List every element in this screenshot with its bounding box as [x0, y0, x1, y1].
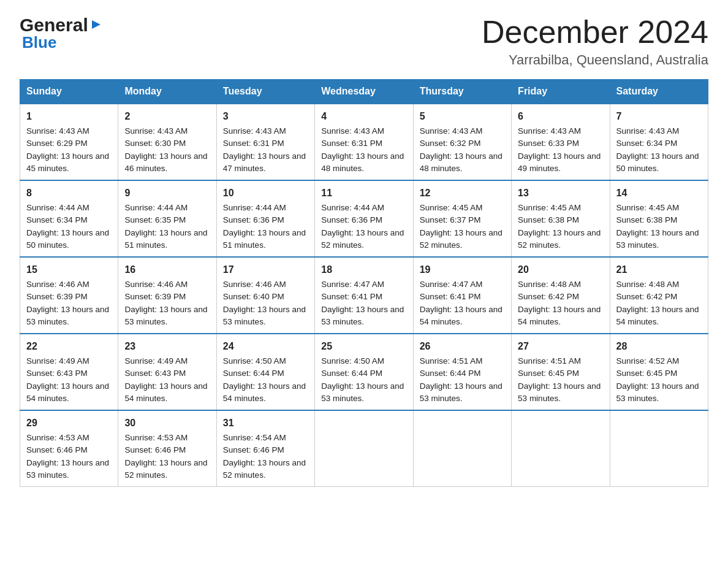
header-wednesday: Wednesday	[315, 80, 413, 104]
calendar-cell: 8Sunrise: 4:44 AMSunset: 6:34 PMDaylight…	[20, 180, 118, 257]
day-number: 26	[420, 339, 505, 354]
calendar-table: SundayMondayTuesdayWednesdayThursdayFrid…	[20, 79, 708, 487]
day-number: 27	[518, 339, 603, 354]
calendar-cell: 4Sunrise: 4:43 AMSunset: 6:31 PMDaylight…	[315, 104, 413, 180]
header: General Blue December 2024 Yarrabilba, Q…	[20, 15, 708, 68]
calendar-week-4: 22Sunrise: 4:49 AMSunset: 6:43 PMDayligh…	[20, 334, 708, 410]
calendar-cell: 16Sunrise: 4:46 AMSunset: 6:39 PMDayligh…	[118, 257, 216, 334]
calendar-cell: 28Sunrise: 4:52 AMSunset: 6:45 PMDayligh…	[610, 334, 708, 410]
calendar-cell: 20Sunrise: 4:48 AMSunset: 6:42 PMDayligh…	[512, 257, 610, 334]
day-number: 6	[518, 109, 603, 124]
day-number: 14	[616, 186, 702, 201]
calendar-week-1: 1Sunrise: 4:43 AMSunset: 6:29 PMDaylight…	[20, 104, 708, 180]
header-thursday: Thursday	[413, 80, 511, 104]
calendar-cell: 12Sunrise: 4:45 AMSunset: 6:37 PMDayligh…	[413, 180, 511, 257]
day-number: 18	[321, 262, 406, 277]
logo-general-text: General	[20, 15, 88, 36]
day-number: 12	[420, 186, 505, 201]
day-number: 16	[124, 262, 210, 277]
calendar-cell: 5Sunrise: 4:43 AMSunset: 6:32 PMDaylight…	[413, 104, 511, 180]
title-area: December 2024 Yarrabilba, Queensland, Au…	[482, 15, 708, 68]
calendar-cell: 3Sunrise: 4:43 AMSunset: 6:31 PMDaylight…	[216, 104, 314, 180]
logo-triangle-icon	[89, 18, 103, 31]
day-number: 9	[124, 186, 210, 201]
calendar-cell: 9Sunrise: 4:44 AMSunset: 6:35 PMDaylight…	[118, 180, 216, 257]
day-number: 24	[223, 339, 308, 354]
calendar-cell: 7Sunrise: 4:43 AMSunset: 6:34 PMDaylight…	[610, 104, 708, 180]
day-number: 31	[223, 416, 308, 431]
svg-marker-0	[92, 20, 100, 29]
calendar-cell: 18Sunrise: 4:47 AMSunset: 6:41 PMDayligh…	[315, 257, 413, 334]
day-number: 25	[321, 339, 406, 354]
calendar-cell: 2Sunrise: 4:43 AMSunset: 6:30 PMDaylight…	[118, 104, 216, 180]
day-number: 21	[616, 262, 702, 277]
calendar-cell: 14Sunrise: 4:45 AMSunset: 6:38 PMDayligh…	[610, 180, 708, 257]
page-title: December 2024	[482, 15, 708, 50]
calendar-header-row: SundayMondayTuesdayWednesdayThursdayFrid…	[20, 80, 708, 104]
calendar-cell: 24Sunrise: 4:50 AMSunset: 6:44 PMDayligh…	[216, 334, 314, 410]
calendar-cell: 11Sunrise: 4:44 AMSunset: 6:36 PMDayligh…	[315, 180, 413, 257]
logo: General Blue	[20, 15, 103, 52]
day-number: 4	[321, 109, 406, 124]
calendar-week-5: 29Sunrise: 4:53 AMSunset: 6:46 PMDayligh…	[20, 410, 708, 487]
day-number: 8	[26, 186, 112, 201]
calendar-week-3: 15Sunrise: 4:46 AMSunset: 6:39 PMDayligh…	[20, 257, 708, 334]
calendar-cell: 23Sunrise: 4:49 AMSunset: 6:43 PMDayligh…	[118, 334, 216, 410]
calendar-cell: 26Sunrise: 4:51 AMSunset: 6:44 PMDayligh…	[413, 334, 511, 410]
calendar-cell: 13Sunrise: 4:45 AMSunset: 6:38 PMDayligh…	[512, 180, 610, 257]
calendar-cell: 30Sunrise: 4:53 AMSunset: 6:46 PMDayligh…	[118, 410, 216, 487]
calendar-cell: 1Sunrise: 4:43 AMSunset: 6:29 PMDaylight…	[20, 104, 118, 180]
calendar-cell: 15Sunrise: 4:46 AMSunset: 6:39 PMDayligh…	[20, 257, 118, 334]
header-saturday: Saturday	[610, 80, 708, 104]
day-number: 29	[26, 416, 112, 431]
calendar-cell: 29Sunrise: 4:53 AMSunset: 6:46 PMDayligh…	[20, 410, 118, 487]
day-number: 17	[223, 262, 308, 277]
calendar-cell: 25Sunrise: 4:50 AMSunset: 6:44 PMDayligh…	[315, 334, 413, 410]
header-friday: Friday	[512, 80, 610, 104]
calendar-cell: 6Sunrise: 4:43 AMSunset: 6:33 PMDaylight…	[512, 104, 610, 180]
day-number: 30	[124, 416, 210, 431]
day-number: 11	[321, 186, 406, 201]
day-number: 1	[26, 109, 112, 124]
day-number: 15	[26, 262, 112, 277]
calendar-cell: 17Sunrise: 4:46 AMSunset: 6:40 PMDayligh…	[216, 257, 314, 334]
logo-blue-text: Blue	[22, 33, 56, 52]
day-number: 20	[518, 262, 603, 277]
day-number: 23	[124, 339, 210, 354]
day-number: 19	[420, 262, 505, 277]
day-number: 5	[420, 109, 505, 124]
header-monday: Monday	[118, 80, 216, 104]
day-number: 3	[223, 109, 308, 124]
calendar-cell	[512, 410, 610, 487]
day-number: 2	[124, 109, 210, 124]
calendar-cell	[610, 410, 708, 487]
calendar-cell: 19Sunrise: 4:47 AMSunset: 6:41 PMDayligh…	[413, 257, 511, 334]
calendar-cell	[315, 410, 413, 487]
calendar-week-2: 8Sunrise: 4:44 AMSunset: 6:34 PMDaylight…	[20, 180, 708, 257]
calendar-cell: 22Sunrise: 4:49 AMSunset: 6:43 PMDayligh…	[20, 334, 118, 410]
day-number: 10	[223, 186, 308, 201]
header-sunday: Sunday	[20, 80, 118, 104]
calendar-cell: 27Sunrise: 4:51 AMSunset: 6:45 PMDayligh…	[512, 334, 610, 410]
page-subtitle: Yarrabilba, Queensland, Australia	[482, 52, 708, 68]
calendar-cell	[413, 410, 511, 487]
day-number: 22	[26, 339, 112, 354]
header-tuesday: Tuesday	[216, 80, 314, 104]
calendar-cell: 21Sunrise: 4:48 AMSunset: 6:42 PMDayligh…	[610, 257, 708, 334]
calendar-cell: 10Sunrise: 4:44 AMSunset: 6:36 PMDayligh…	[216, 180, 314, 257]
day-number: 28	[616, 339, 702, 354]
day-number: 13	[518, 186, 603, 201]
calendar-cell: 31Sunrise: 4:54 AMSunset: 6:46 PMDayligh…	[216, 410, 314, 487]
day-number: 7	[616, 109, 702, 124]
